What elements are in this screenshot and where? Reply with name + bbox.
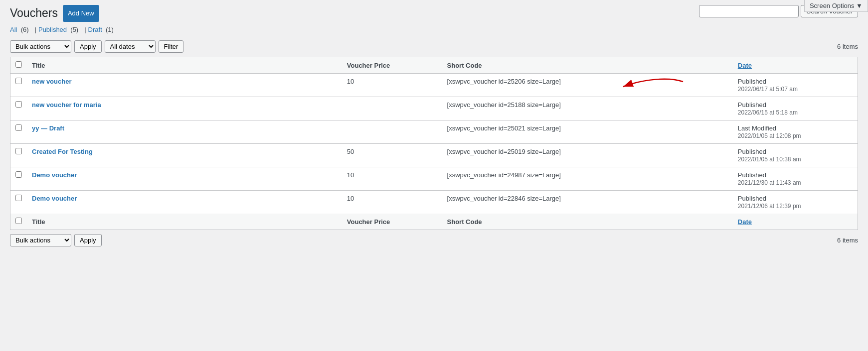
- price-cell-6: 10: [342, 191, 442, 214]
- shortcode-column-footer: Short Code: [442, 214, 733, 230]
- date-cell-6: Published2021/12/06 at 12:39 pm: [733, 191, 858, 214]
- select-all-checkbox-footer[interactable]: [15, 218, 22, 224]
- row-title-link-6[interactable]: Demo voucher: [32, 195, 77, 202]
- date-status-5: Published: [738, 171, 766, 179]
- price-cell-2: [342, 97, 442, 120]
- date-status-1: Published: [738, 78, 766, 85]
- title-column-footer: Title: [27, 214, 342, 230]
- shortcode-cell-2: [xswpvc_voucher id=25188 size=Large]: [442, 97, 733, 120]
- add-new-button[interactable]: Add New: [63, 5, 99, 22]
- row-checkbox-4[interactable]: [15, 148, 22, 154]
- row-checkbox-1[interactable]: [15, 78, 22, 84]
- date-status-2: Published: [738, 101, 766, 109]
- date-status-3: Last Modified: [738, 124, 776, 132]
- shortcode-cell-3: [xswpvc_voucher id=25021 size=Large]: [442, 120, 733, 144]
- voucher-price-column-header: Voucher Price: [342, 57, 442, 74]
- price-cell-1: 10: [342, 74, 442, 97]
- date-column-header: Date: [733, 57, 858, 74]
- filter-button[interactable]: Filter: [159, 40, 184, 53]
- bulk-actions-select-top[interactable]: Bulk actions: [10, 40, 71, 53]
- table-row: new voucherEdit | Quick Edit | Trash10[x…: [10, 74, 858, 97]
- date-cell-1: Published2022/06/17 at 5:07 am: [733, 74, 858, 97]
- items-count-bottom: 6 items: [837, 236, 858, 244]
- shortcode-cell-4: [xswpvc_voucher id=25019 size=Large]: [442, 144, 733, 167]
- price-cell-5: 10: [342, 167, 442, 191]
- table-row: yy — DraftEdit | Quick Edit | Trash[xswp…: [10, 120, 858, 144]
- bulk-actions-select-bottom[interactable]: Bulk actions: [10, 234, 71, 246]
- date-cell-5: Published2021/12/30 at 11:43 am: [733, 167, 858, 191]
- filter-all-link[interactable]: All: [10, 26, 17, 33]
- top-tablenav: Bulk actions Apply All dates Filter 6 it…: [10, 40, 858, 53]
- row-title-link-2[interactable]: new voucher for maria: [32, 101, 101, 109]
- items-count-top: 6 items: [837, 43, 858, 50]
- date-detail-3: 2022/01/05 at 12:08 pm: [738, 132, 801, 139]
- voucher-price-column-footer: Voucher Price: [342, 214, 442, 230]
- date-filter-select[interactable]: All dates: [105, 40, 156, 53]
- table-row: Demo voucherEdit | Quick Edit | Trash10[…: [10, 167, 858, 191]
- row-title-link-4[interactable]: Created For Testing: [32, 148, 93, 155]
- row-checkbox-2[interactable]: [15, 101, 22, 108]
- filter-draft-link[interactable]: Draft: [88, 26, 102, 33]
- vouchers-table: Title Voucher Price Short Code Date new …: [10, 57, 858, 230]
- date-cell-3: Last Modified2022/01/05 at 12:08 pm: [733, 120, 858, 144]
- row-title-link-3[interactable]: yy — Draft: [32, 124, 64, 132]
- date-detail-4: 2022/01/05 at 10:38 am: [738, 156, 801, 163]
- vouchers-table-container: Title Voucher Price Short Code Date new …: [10, 57, 858, 230]
- apply-button-bottom[interactable]: Apply: [74, 234, 102, 246]
- row-checkbox-3[interactable]: [15, 124, 22, 131]
- search-input[interactable]: [699, 5, 799, 17]
- page-title: Vouchers: [10, 6, 58, 21]
- filter-published-link[interactable]: Published: [38, 26, 67, 33]
- table-row: Demo voucherEdit | Quick Edit | Trash10[…: [10, 191, 858, 214]
- date-cell-2: Published2022/06/15 at 5:18 am: [733, 97, 858, 120]
- shortcode-column-header: Short Code: [442, 57, 733, 74]
- row-title-link-5[interactable]: Demo voucher: [32, 171, 77, 179]
- date-detail-1: 2022/06/17 at 5:07 am: [738, 86, 798, 93]
- shortcode-cell-5: [xswpvc_voucher id=24987 size=Large]: [442, 167, 733, 191]
- date-detail-5: 2021/12/30 at 11:43 am: [738, 179, 801, 186]
- shortcode-cell-6: [xswpvc_voucher id=22846 size=Large]: [442, 191, 733, 214]
- title-column-header: Title: [27, 57, 342, 74]
- filter-published-count: (5): [69, 26, 79, 33]
- row-checkbox-5[interactable]: [15, 171, 22, 178]
- date-cell-4: Published2022/01/05 at 10:38 am: [733, 144, 858, 167]
- table-row: Created For TestingEdit | Quick Edit | T…: [10, 144, 858, 167]
- filter-draft-count: (1): [104, 26, 114, 33]
- screen-options-button[interactable]: Screen Options ▼: [804, 0, 868, 12]
- price-cell-4: 50: [342, 144, 442, 167]
- bottom-tablenav: Bulk actions Apply 6 items: [10, 234, 858, 246]
- date-status-4: Published: [738, 148, 766, 155]
- row-title-link-1[interactable]: new voucher: [32, 78, 71, 85]
- date-detail-6: 2021/12/06 at 12:39 pm: [738, 203, 801, 210]
- select-all-footer: [10, 214, 27, 230]
- date-status-6: Published: [738, 195, 766, 202]
- table-row: new voucher for mariaEdit | Quick Edit |…: [10, 97, 858, 120]
- shortcode-cell-1: [xswpvc_voucher id=25206 size=Large]: [442, 74, 733, 97]
- select-all-checkbox[interactable]: [15, 61, 22, 68]
- filter-links: All (6) | Published (5) | Draft (1): [10, 26, 118, 33]
- date-column-footer: Date: [733, 214, 858, 230]
- date-detail-2: 2022/06/15 at 5:18 am: [738, 109, 798, 116]
- select-all-header: [10, 57, 27, 74]
- date-sort-link-footer[interactable]: Date: [738, 218, 752, 226]
- row-checkbox-6[interactable]: [15, 195, 22, 201]
- apply-button-top[interactable]: Apply: [74, 40, 102, 53]
- filter-all-count: (6): [19, 26, 29, 33]
- date-sort-link[interactable]: Date: [738, 62, 752, 69]
- price-cell-3: [342, 120, 442, 144]
